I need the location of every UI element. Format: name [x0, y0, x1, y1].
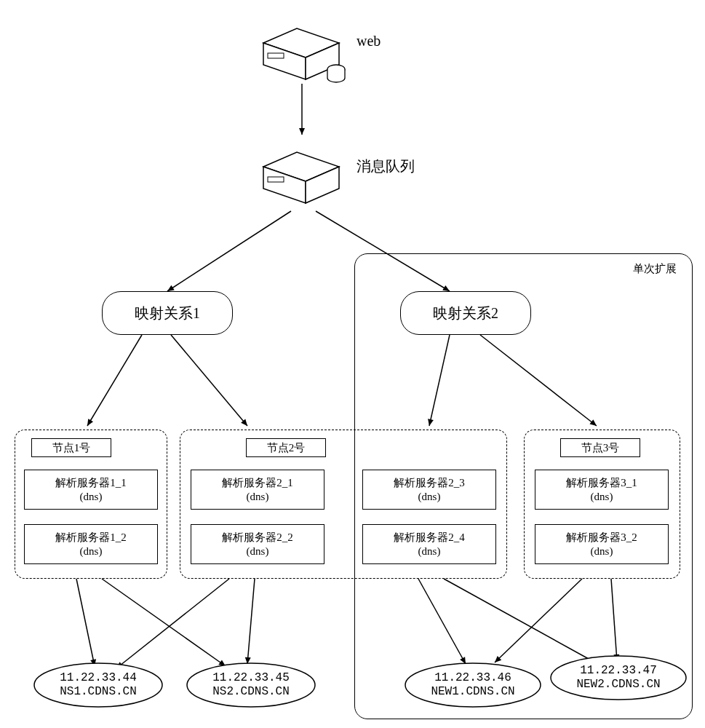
- diagram-canvas: web 消息队列 单次扩展 映射关系1 映射关系2 节点1号 解析服务器1_1 …: [0, 0, 705, 728]
- endpoint-1: 11.22.33.44 NS1.CDNS.CN: [33, 662, 164, 708]
- mapping-2-label: 映射关系2: [433, 304, 498, 323]
- node-1-title: 节点1号: [31, 438, 111, 457]
- mapping-2: 映射关系2: [400, 291, 531, 335]
- svg-line-3: [87, 335, 142, 426]
- svg-line-7: [76, 579, 95, 666]
- node-1-server-1: 解析服务器1_1 (dns): [24, 470, 158, 510]
- mq-label: 消息队列: [357, 157, 415, 176]
- svg-line-1: [167, 211, 291, 291]
- svg-line-4: [171, 335, 247, 426]
- svg-line-9: [116, 579, 229, 668]
- node-3-server-2: 解析服务器3_2 (dns): [535, 524, 669, 564]
- web-label: web: [357, 33, 381, 50]
- endpoint-3: 11.22.33.46 NEW1.CDNS.CN: [404, 662, 542, 708]
- svg-line-8: [102, 579, 226, 666]
- mapping-1: 映射关系1: [102, 291, 233, 335]
- node-3-server-1: 解析服务器3_1 (dns): [535, 470, 669, 510]
- endpoint-4: 11.22.33.47 NEW2.CDNS.CN: [549, 655, 688, 700]
- svg-line-10: [247, 579, 255, 664]
- mapping-1-label: 映射关系1: [135, 304, 200, 323]
- node-2b-server-2: 解析服务器2_4 (dns): [362, 524, 496, 564]
- node-3-title: 节点3号: [560, 438, 640, 457]
- endpoint-2: 11.22.33.45 NS2.CDNS.CN: [186, 662, 316, 708]
- node-1-server-2: 解析服务器1_2 (dns): [24, 524, 158, 564]
- node-2a-server-2: 解析服务器2_2 (dns): [191, 524, 324, 564]
- node-2b-server-1: 解析服务器2_3 (dns): [362, 470, 496, 510]
- node-2a-server-1: 解析服务器2_1 (dns): [191, 470, 324, 510]
- node-2-title: 节点2号: [246, 438, 326, 457]
- extension-label: 单次扩展: [633, 262, 677, 276]
- mq-server-icon: [255, 142, 349, 207]
- web-server-icon: [255, 18, 349, 84]
